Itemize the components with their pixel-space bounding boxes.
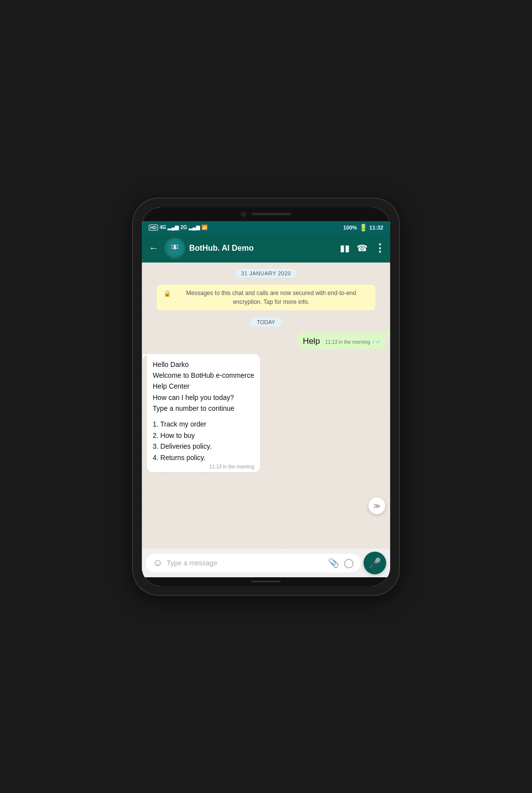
back-button[interactable]: ← [147,240,161,256]
phone-top-notch [142,207,390,221]
bot-line-2: Welcome to BotHub e-commerce [153,370,254,381]
header-icons: ▮▮ ☎ ⋮ [340,242,385,255]
network-2g: 2G [180,225,187,230]
microphone-icon: 🎤 [369,557,381,569]
date-pill: 31 JANUARY 2020 [236,269,296,278]
phone-screen: HD 4G ▂▄▆ 2G ▂▄▆ 📶 100% 🔋 11:32 ← bothu [142,207,390,586]
read-ticks: ✓✓ [371,339,380,345]
hd-icon: HD [149,225,158,231]
video-call-icon[interactable]: ▮▮ [340,243,350,254]
sent-time: 11:13 in the morning [325,339,370,345]
bot-list-item-4: 4. Returns policy. [153,452,254,463]
today-label: TODAY [147,317,385,327]
speaker-bar [252,213,291,215]
message-input-field[interactable]: ☺ Type a message 📎 ◯ [146,554,361,572]
status-right: 100% 🔋 11:32 [343,224,383,231]
chat-area: 31 JANUARY 2020 🔒 Messages to this chat … [142,263,390,549]
input-attachment-icons: 📎 ◯ [328,558,354,568]
contact-avatar[interactable]: bothub [165,238,185,259]
bot-line-1: Hello Darko [153,359,254,370]
input-placeholder[interactable]: Type a message [166,559,324,567]
network-4g: 4G [160,225,166,230]
wifi-icon: 📶 [201,225,207,230]
avatar-inner: bothub [165,238,185,259]
chevron-down-icon: ≫ [373,502,381,510]
sent-message: Help 11:13 in the morning ✓✓ [147,332,385,349]
more-options-icon[interactable]: ⋮ [374,242,385,255]
paperclip-icon[interactable]: 📎 [328,558,339,568]
chat-header: ← bothub BotHub. AI Demo ▮▮ [142,234,390,263]
battery-level: 100% [343,225,357,231]
camera-dot [241,212,246,217]
received-message: Hello Darko Welcome to BotHub e-commerce… [147,354,385,473]
camera-icon[interactable]: ◯ [344,558,354,568]
sent-message-time: 11:13 in the morning ✓✓ [325,339,380,345]
contact-info: BotHub. AI Demo [189,244,336,253]
battery-icon: 🔋 [359,224,367,231]
received-message-body: Hello Darko Welcome to BotHub e-commerce… [153,359,254,463]
signal-bars-1: ▂▄▆ [167,225,179,230]
bot-line-4: How can I help you today? [153,392,254,403]
sent-message-text: Help [303,336,320,346]
status-left: HD 4G ▂▄▆ 2G ▂▄▆ 📶 [149,225,207,231]
input-bar: ☺ Type a message 📎 ◯ 🎤 [142,549,390,577]
bot-line-3: Help Center [153,381,254,392]
contact-name[interactable]: BotHub. AI Demo [189,244,336,253]
received-message-time: 11:13 in the morning [209,464,254,469]
phone-bottom-bar [142,577,390,586]
bot-list: 1. Track my order 2. How to buy 3. Deliv… [153,419,254,463]
lock-icon: 🔒 [164,289,171,298]
bot-list-item-2: 2. How to buy [153,430,254,441]
emoji-icon[interactable]: ☺ [153,557,163,568]
encryption-notice[interactable]: 🔒 Messages to this chat and calls are no… [157,285,375,310]
phone-frame: HD 4G ▂▄▆ 2G ▂▄▆ 📶 100% 🔋 11:32 ← bothu [133,198,399,595]
voice-call-icon[interactable]: ☎ [357,243,367,254]
sent-bubble: Help 11:13 in the morning ✓✓ [297,332,385,349]
status-bar: HD 4G ▂▄▆ 2G ▂▄▆ 📶 100% 🔋 11:32 [142,221,390,234]
encryption-text: Messages to this chat and calls are now … [174,289,368,306]
bot-list-item-3: 3. Deliveries policy. [153,441,254,452]
clock: 11:32 [369,225,383,231]
home-indicator [251,581,281,582]
received-bubble: Hello Darko Welcome to BotHub e-commerce… [147,354,260,473]
signal-bars-2: ▂▄▆ [189,225,200,230]
bot-list-item-1: 1. Track my order [153,419,254,430]
bothub-logo-icon: bothub [166,239,184,257]
scroll-to-bottom-button[interactable]: ≫ [368,497,385,514]
date-label: 31 JANUARY 2020 [147,268,385,278]
today-pill: TODAY [250,318,282,327]
mic-button[interactable]: 🎤 [364,552,386,574]
received-message-footer: 11:13 in the morning [153,464,254,469]
bot-line-5: Type a number to continue [153,403,254,414]
